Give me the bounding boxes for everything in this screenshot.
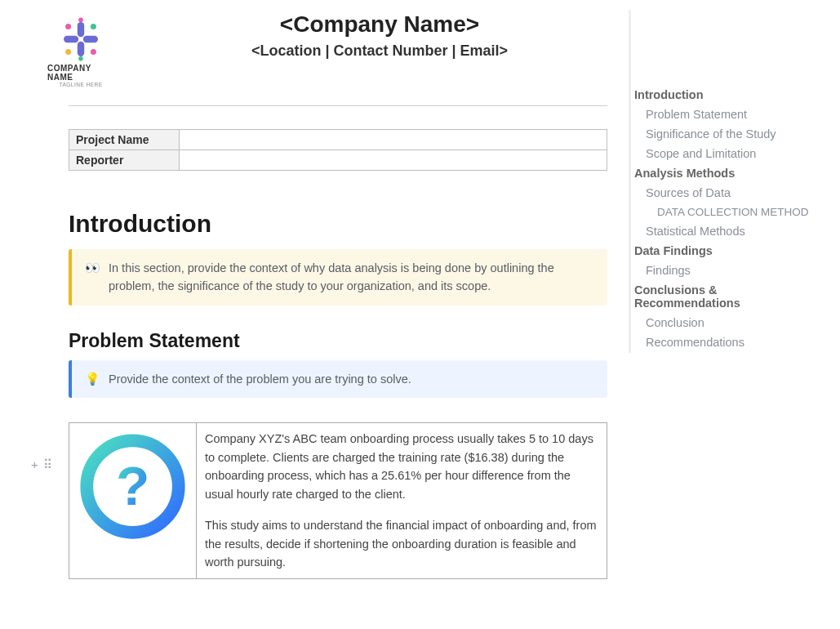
svg-point-9 bbox=[78, 56, 83, 61]
project-name-value[interactable] bbox=[180, 130, 607, 150]
document-main: + ⠿ COMPANY NAME TAGLINE HERE bbox=[0, 0, 629, 629]
introduction-heading[interactable]: Introduction bbox=[69, 210, 607, 238]
toc-recommendations[interactable]: Recommendations bbox=[634, 332, 824, 352]
svg-point-7 bbox=[65, 49, 71, 55]
lightbulb-icon: 💡 bbox=[85, 370, 100, 387]
reporter-value[interactable] bbox=[180, 150, 607, 171]
block-handles: + ⠿ bbox=[31, 457, 52, 472]
toc-statistical-methods[interactable]: Statistical Methods bbox=[634, 221, 824, 241]
problem-statement-callout-text: Provide the context of the problem you a… bbox=[109, 370, 411, 388]
introduction-callout-text: In this section, provide the context of … bbox=[109, 259, 594, 296]
header-titles: <Company Name> <Location | Contact Numbe… bbox=[131, 10, 629, 60]
project-name-label: Project Name bbox=[69, 130, 180, 150]
table-of-contents: Introduction Problem Statement Significa… bbox=[629, 10, 833, 353]
toc-significance[interactable]: Significance of the Study bbox=[634, 124, 824, 144]
company-name-title[interactable]: <Company Name> bbox=[131, 11, 629, 38]
toc-introduction[interactable]: Introduction bbox=[634, 85, 824, 105]
problem-statement-table[interactable]: ? Company XYZ's ABC team onboarding proc… bbox=[69, 422, 607, 578]
svg-rect-2 bbox=[78, 42, 84, 56]
toc-analysis-methods[interactable]: Analysis Methods bbox=[634, 163, 824, 183]
table-row: Reporter bbox=[69, 150, 607, 171]
logo-company-name: COMPANY NAME bbox=[47, 64, 114, 82]
document-content: Project Name Reporter Introduction 👀 In … bbox=[69, 105, 607, 579]
svg-rect-3 bbox=[64, 36, 78, 42]
toc-conclusions[interactable]: Conclusions & Recommendations bbox=[634, 280, 824, 313]
question-mark-icon: ? bbox=[78, 431, 188, 542]
toc-data-collection[interactable]: DATA COLLECTION METHOD bbox=[634, 203, 824, 221]
logo-icon bbox=[49, 16, 113, 62]
svg-text:?: ? bbox=[116, 455, 149, 516]
svg-rect-0 bbox=[78, 22, 84, 37]
header-row: COMPANY NAME TAGLINE HERE <Company Name>… bbox=[0, 10, 629, 87]
question-icon-cell: ? bbox=[69, 423, 197, 578]
table-row: Project Name bbox=[69, 130, 607, 150]
problem-body-p2: This study aims to understand the financ… bbox=[205, 516, 598, 571]
svg-point-6 bbox=[91, 49, 96, 55]
problem-statement-body[interactable]: Company XYZ's ABC team onboarding proces… bbox=[197, 423, 607, 578]
problem-statement-callout[interactable]: 💡 Provide the context of the problem you… bbox=[69, 360, 607, 398]
company-logo: COMPANY NAME TAGLINE HERE bbox=[0, 10, 114, 87]
project-info-table: Project Name Reporter bbox=[69, 129, 607, 171]
svg-point-5 bbox=[65, 24, 71, 29]
toc-findings[interactable]: Findings bbox=[634, 261, 824, 280]
add-block-icon[interactable]: + bbox=[31, 457, 38, 472]
toc-scope[interactable]: Scope and Limitation bbox=[634, 144, 824, 163]
problem-body-p1: Company XYZ's ABC team onboarding proces… bbox=[205, 430, 598, 503]
toc-data-findings[interactable]: Data Findings bbox=[634, 241, 824, 261]
svg-rect-1 bbox=[83, 36, 98, 42]
toc-sources-of-data[interactable]: Sources of Data bbox=[634, 183, 824, 203]
svg-point-8 bbox=[78, 17, 83, 22]
company-contact-subtitle[interactable]: <Location | Contact Number | Email> bbox=[131, 42, 629, 60]
header-divider bbox=[69, 105, 607, 106]
toc-problem-statement[interactable]: Problem Statement bbox=[634, 105, 824, 124]
toc-conclusion[interactable]: Conclusion bbox=[634, 313, 824, 332]
svg-point-4 bbox=[91, 24, 96, 29]
introduction-callout[interactable]: 👀 In this section, provide the context o… bbox=[69, 249, 607, 306]
problem-statement-heading[interactable]: Problem Statement bbox=[69, 330, 607, 352]
reporter-label: Reporter bbox=[69, 150, 180, 171]
drag-handle-icon[interactable]: ⠿ bbox=[43, 457, 52, 472]
logo-tagline: TAGLINE HERE bbox=[59, 82, 102, 87]
eyes-icon: 👀 bbox=[85, 259, 100, 276]
